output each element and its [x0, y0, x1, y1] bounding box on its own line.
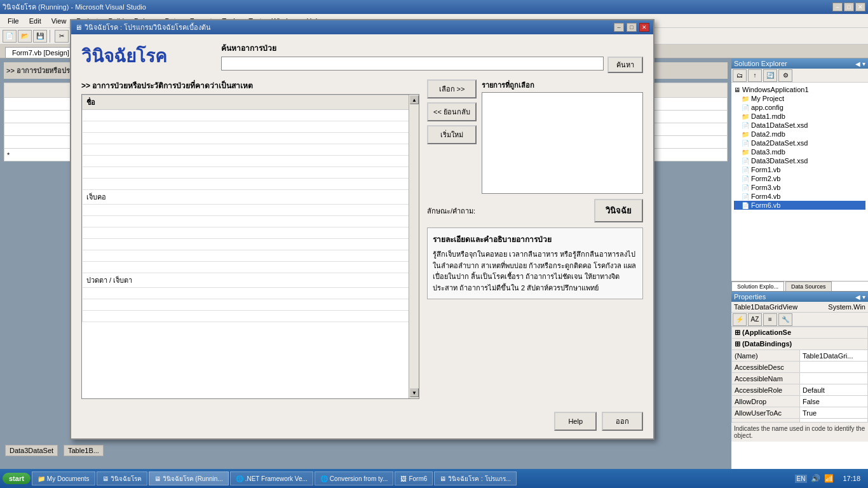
symptom-cell	[83, 299, 419, 311]
modal-min-btn[interactable]: –	[614, 23, 624, 32]
taskbar-dotnet[interactable]: 🌐 .NET Framework Ve...	[230, 471, 313, 485]
modal-max-btn[interactable]: □	[627, 23, 637, 32]
tree-data3xsd[interactable]: 📄 Data3DataSet.xsd	[734, 156, 865, 165]
detail-title: รายละเอียดและคำอธิบายอาการป่วย	[433, 233, 637, 245]
taskbar-vinijchai-main[interactable]: 🖥 วินิจฉัยโรค : โปรแกร...	[434, 471, 517, 485]
start-button[interactable]: start	[3, 473, 31, 484]
project-name: WindowsApplication1	[742, 86, 809, 93]
help-button[interactable]: Help	[554, 412, 597, 431]
taskbar: start 📁 My Documents 🖥 วินิจฉัยโรค 🖥 วิน…	[0, 469, 868, 488]
sol-btn3[interactable]: 🔄	[763, 69, 777, 82]
properties-panel: Properties ◀ ▾ Table1DataGridView System…	[731, 291, 868, 469]
vinijchai-main-label: วินิจฉัยโรค : โปรแกร...	[448, 474, 511, 484]
table-row[interactable]	[83, 239, 419, 250]
modal-dialog[interactable]: 🖥 วินิจฉัยโรค : โปรแกรมวินิจฉัยโรคเบื้อง…	[70, 19, 654, 440]
right-col: เลือก >> << ย้อนกลับ เริ่มใหม่ รายการที่…	[427, 79, 643, 399]
menu-file[interactable]: File	[3, 16, 24, 26]
symptom-scrollbar[interactable]: ▲ ▼	[409, 95, 419, 398]
taskbar-conversion[interactable]: 🌐 Conversion from ty...	[315, 471, 394, 485]
tree-data3mdb[interactable]: 📁 Data3.mdb	[734, 147, 865, 156]
toolbar-new[interactable]: 📄	[3, 30, 17, 43]
tree-data1mdb[interactable]: 📁 Data1.mdb	[734, 112, 865, 121]
toolbar-open[interactable]: 📂	[18, 30, 32, 43]
table-row[interactable]	[83, 167, 419, 179]
diagnose-button[interactable]: วินิจฉัย	[594, 199, 643, 222]
tree-myproject[interactable]: 📁 My Project	[734, 94, 865, 103]
props-btn3[interactable]: ≡	[763, 313, 777, 326]
taskbar-vinijchai-running[interactable]: 🖥 วินิจฉัยโรค (Runnin...	[149, 471, 229, 485]
scroll-down-btn[interactable]: ▼	[410, 388, 419, 397]
props-btn4[interactable]: 🔧	[778, 313, 792, 326]
datasources-tab[interactable]: Data Sources	[785, 281, 832, 291]
props-btn2[interactable]: AZ	[748, 313, 762, 326]
table-row[interactable]	[83, 299, 419, 311]
tree-data1xsd[interactable]: 📄 Data1DataSet.xsd	[734, 121, 865, 130]
props-btn1[interactable]: ⚡	[733, 313, 747, 326]
taskbar-form6[interactable]: 🖼 Form6	[395, 471, 433, 485]
tree-form1[interactable]: 📄 Form1.vb	[734, 165, 865, 174]
sol-btn1[interactable]: 🗂	[733, 69, 747, 82]
myproject-label: My Project	[751, 95, 784, 102]
properties-pin[interactable]: ◀ ▾	[855, 294, 865, 301]
back-button[interactable]: << ย้อนกลับ	[427, 102, 477, 121]
modal-close-btn[interactable]: ✕	[639, 23, 649, 32]
table-row[interactable]	[83, 288, 419, 299]
table-row[interactable]	[83, 179, 419, 190]
table-row[interactable]	[83, 110, 419, 121]
detail-text: รู้สึกเจ็บหรือจุกในคอหอย เวลากลืนอาหาร ห…	[433, 249, 637, 294]
form3-icon: 📄	[742, 184, 749, 191]
data2mdb-icon: 📁	[742, 131, 749, 138]
restart-button[interactable]: เริ่มใหม่	[427, 125, 477, 144]
ok-button[interactable]: ออก	[602, 412, 643, 431]
prop-allowdrop-val: False	[800, 396, 868, 407]
vs-maximize-btn[interactable]: □	[844, 3, 854, 11]
table-row[interactable]	[83, 144, 419, 156]
table-row[interactable]	[83, 216, 419, 227]
tree-data2mdb[interactable]: 📁 Data2.mdb	[734, 130, 865, 139]
table-row[interactable]	[83, 262, 419, 273]
action-area: เลือก >> << ย้อนกลับ เริ่มใหม่ รายการที่…	[427, 79, 643, 194]
tree-data2xsd[interactable]: 📄 Data2DataSet.xsd	[734, 139, 865, 147]
solution-tab[interactable]: Solution Explo...	[731, 281, 784, 291]
table-row[interactable]	[83, 227, 419, 239]
sol-btn2[interactable]: ↑	[748, 69, 762, 82]
table-row[interactable]	[83, 121, 419, 133]
lang-indicator: EN	[795, 475, 808, 483]
tab-form7-design[interactable]: Form7.vb [Design]	[5, 47, 76, 58]
sol-btn4[interactable]: ⚙	[778, 69, 792, 82]
table-row[interactable]	[83, 250, 419, 262]
tree-form3[interactable]: 📄 Form3.vb	[734, 183, 865, 192]
modal-body: วินิจฉัยโรค ค้นหาอาการป่วย ค้นหา >> อากา…	[71, 34, 653, 407]
prop-row: AllowUserToAc True	[732, 407, 868, 419]
taskbar-vinijchai[interactable]: 🖥 วินิจฉัยโรค	[97, 471, 147, 485]
scroll-up-btn[interactable]: ▲	[410, 95, 419, 104]
selected-list[interactable]	[482, 92, 643, 194]
taskbar-mydocs[interactable]: 📁 My Documents	[32, 471, 95, 485]
toolbar-save[interactable]: 💾	[33, 30, 47, 43]
menu-view[interactable]: View	[46, 16, 72, 26]
vs-close-btn[interactable]: ✕	[855, 3, 865, 11]
table-row[interactable]	[83, 156, 419, 167]
tree-project[interactable]: 🖥 WindowsApplication1	[734, 85, 865, 94]
table-row[interactable]: เจ็บคอ	[83, 190, 419, 205]
tree-form2[interactable]: 📄 Form2.vb	[734, 174, 865, 183]
table-row[interactable]	[83, 205, 419, 216]
search-input[interactable]	[221, 57, 604, 71]
vs-minimize-btn[interactable]: –	[832, 3, 843, 11]
tree-form4[interactable]: 📄 Form4.vb	[734, 192, 865, 201]
menu-edit[interactable]: Edit	[24, 16, 46, 26]
tree-appconfig[interactable]: 📄 app.config	[734, 103, 865, 112]
table-row[interactable]	[83, 133, 419, 144]
solution-explorer-pin[interactable]: ◀ ▾	[855, 60, 865, 67]
volume-icon[interactable]: 🔊	[811, 474, 820, 483]
prop-row: ⊞ (DataBindings)	[732, 339, 868, 350]
conversion-label: Conversion from ty...	[330, 475, 388, 482]
table-row[interactable]	[83, 311, 419, 322]
network-icon[interactable]: 📶	[824, 474, 834, 483]
toolbar-cut[interactable]: ✂	[55, 30, 69, 43]
select-button[interactable]: เลือก >>	[427, 79, 477, 98]
search-button[interactable]: ค้นหา	[607, 57, 643, 73]
prop-row: (Name) Table1DataGri...	[732, 350, 868, 362]
table-row[interactable]: ปวดตา / เจ็บตา	[83, 273, 419, 288]
tree-form6[interactable]: 📄 Form6.vb	[734, 201, 865, 210]
